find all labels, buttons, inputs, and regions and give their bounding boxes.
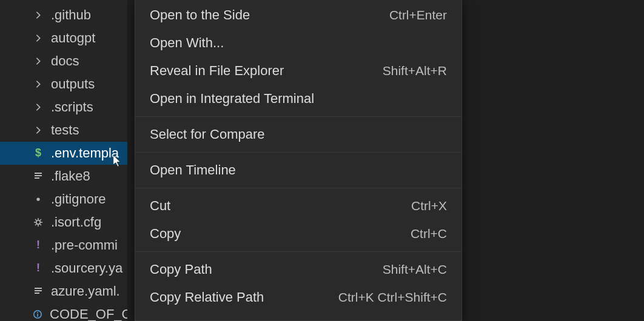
- folder-item[interactable]: docs: [0, 50, 127, 73]
- menu-item[interactable]: Copy Relative PathCtrl+K Ctrl+Shift+C: [135, 283, 461, 311]
- file-label: .sourcery.ya: [51, 257, 122, 280]
- menu-item[interactable]: Select for Compare: [135, 121, 461, 148]
- folder-item[interactable]: tests: [0, 119, 127, 142]
- file-label: azure.yaml.: [51, 280, 120, 303]
- file-label: autogpt: [51, 27, 95, 50]
- chevron-right-icon: [33, 103, 44, 111]
- folder-item[interactable]: .scripts: [0, 96, 127, 119]
- file-label: .gitignore: [51, 188, 106, 211]
- yaml-file-icon: !: [33, 236, 44, 255]
- file-label: docs: [51, 50, 79, 73]
- menu-item-label: Copy: [150, 226, 181, 242]
- folder-item[interactable]: autogpt: [0, 27, 127, 50]
- file-context-menu: Open to the SideCtrl+EnterOpen With...Re…: [135, 0, 462, 321]
- menu-separator: [135, 152, 461, 153]
- menu-item[interactable]: CopyCtrl+C: [135, 220, 461, 248]
- file-label: CODE_OF_C: [50, 303, 127, 321]
- menu-item[interactable]: Copy PathShift+Alt+C: [135, 256, 461, 283]
- menu-item-shortcut: Ctrl+K Ctrl+Shift+C: [338, 290, 447, 305]
- svg-point-1: [36, 220, 40, 224]
- file-item[interactable]: !.pre-commi: [0, 234, 127, 257]
- svg-rect-3: [37, 314, 38, 317]
- file-item[interactable]: CODE_OF_C: [0, 303, 127, 321]
- file-label: outputs: [51, 73, 95, 96]
- file-item[interactable]: .flake8: [0, 165, 127, 188]
- file-label: .isort.cfg: [51, 211, 101, 234]
- file-label: .env.templa: [51, 142, 119, 165]
- menu-item-label: Open Timeline: [150, 162, 236, 178]
- menu-item-label: Select for Compare: [150, 127, 265, 142]
- file-label: .pre-commi: [51, 234, 118, 257]
- file-item[interactable]: .gitignore: [0, 188, 127, 211]
- file-label: tests: [51, 119, 79, 142]
- file-explorer-sidebar: .githubautogptdocsoutputs.scriptstests$.…: [0, 0, 127, 321]
- svg-rect-4: [37, 312, 38, 313]
- menu-item[interactable]: Open With...: [135, 29, 461, 57]
- menu-item-label: Open to the Side: [150, 7, 250, 23]
- menu-item-shortcut: Ctrl+Enter: [389, 8, 447, 22]
- menu-item-label: Open in Integrated Terminal: [150, 91, 314, 107]
- env-file-icon: $: [33, 144, 44, 163]
- info-file-icon: [33, 309, 42, 319]
- text-file-icon: [33, 286, 44, 296]
- gitignore-file-icon: [33, 195, 44, 204]
- menu-item-label: Copy Relative Path: [150, 290, 264, 305]
- yaml-file-icon: !: [33, 259, 44, 278]
- folder-item[interactable]: .github: [0, 4, 127, 27]
- menu-item[interactable]: Open to the SideCtrl+Enter: [135, 1, 461, 29]
- chevron-right-icon: [33, 80, 44, 88]
- text-file-icon: [33, 171, 44, 181]
- file-label: .scripts: [51, 96, 93, 119]
- file-item[interactable]: $.env.templa: [0, 142, 127, 165]
- config-file-icon: [33, 217, 44, 227]
- menu-item-shortcut: Shift+Alt+C: [383, 262, 447, 277]
- menu-item-label: Copy Path: [150, 262, 212, 277]
- file-item[interactable]: !.sourcery.ya: [0, 257, 127, 280]
- chevron-right-icon: [33, 57, 44, 65]
- chevron-right-icon: [33, 126, 44, 134]
- chevron-right-icon: [33, 34, 44, 42]
- chevron-right-icon: [33, 11, 44, 19]
- menu-separator: [135, 251, 461, 252]
- menu-separator: [135, 188, 461, 188]
- menu-item[interactable]: CutCtrl+X: [135, 192, 461, 220]
- menu-item-shortcut: Ctrl+C: [411, 227, 447, 241]
- menu-item-label: Reveal in File Explorer: [150, 63, 284, 79]
- menu-item-label: Cut: [150, 198, 170, 214]
- menu-item-label: Open With...: [150, 35, 224, 51]
- menu-item-shortcut: Shift+Alt+R: [383, 64, 447, 78]
- menu-item[interactable]: Reveal in File ExplorerShift+Alt+R: [135, 57, 461, 85]
- menu-separator: [135, 116, 461, 117]
- file-label: .github: [51, 4, 91, 27]
- menu-item[interactable]: Open Timeline: [135, 156, 461, 184]
- menu-item-shortcut: Ctrl+X: [411, 199, 447, 213]
- file-item[interactable]: .isort.cfg: [0, 211, 127, 234]
- file-label: .flake8: [51, 165, 90, 188]
- menu-item[interactable]: Open in Integrated Terminal: [135, 85, 461, 113]
- svg-point-0: [36, 197, 39, 200]
- file-item[interactable]: azure.yaml.: [0, 280, 127, 303]
- folder-item[interactable]: outputs: [0, 73, 127, 96]
